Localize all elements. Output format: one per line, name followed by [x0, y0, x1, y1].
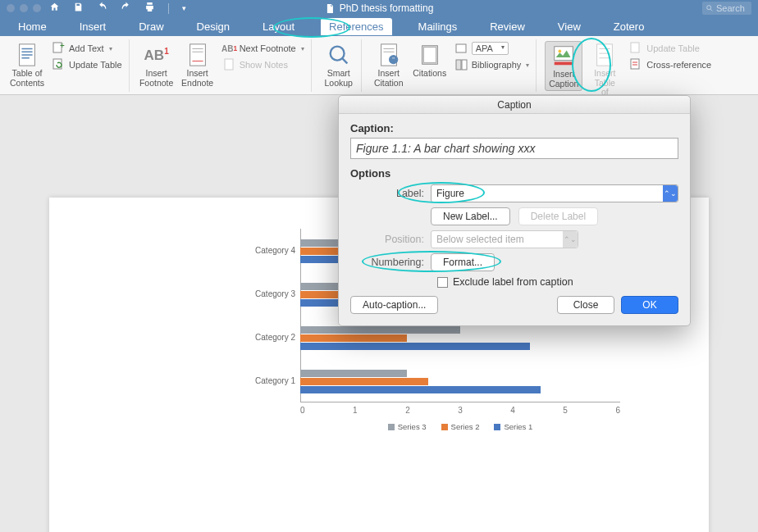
- delete-label-button: Delete Label: [518, 207, 598, 225]
- x-tick: 5: [563, 406, 568, 415]
- document-title: PhD thesis formatting: [325, 2, 434, 14]
- legend-item: Series 1: [494, 422, 532, 431]
- tab-design[interactable]: Design: [190, 19, 236, 34]
- options-label: Options: [350, 167, 678, 180]
- cross-ref-icon: [630, 58, 643, 71]
- ok-button[interactable]: OK: [621, 296, 678, 314]
- redo-icon[interactable]: [121, 2, 131, 15]
- tab-home[interactable]: Home: [11, 19, 53, 34]
- svg-rect-6: [225, 59, 233, 70]
- citations-button[interactable]: Citations: [411, 41, 449, 80]
- svg-rect-19: [597, 44, 613, 66]
- image-caption-icon: [551, 43, 576, 68]
- legend-item: Series 3: [388, 422, 427, 431]
- smart-lookup-button[interactable]: Smart Lookup: [320, 41, 358, 89]
- citation-icon: ": [377, 43, 401, 67]
- show-notes-button[interactable]: Show Notes: [220, 57, 308, 72]
- label-select[interactable]: Figure⌃⌄: [431, 184, 678, 202]
- toc-button[interactable]: Table of Contents: [8, 41, 46, 89]
- bar: [300, 370, 407, 377]
- svg-text:+: +: [60, 42, 65, 50]
- new-label-button[interactable]: New Label...: [431, 207, 510, 225]
- insert-citation-button[interactable]: " Insert Citation: [370, 41, 408, 89]
- category-label: Category 3: [249, 289, 295, 298]
- update-table2-button[interactable]: Update Table: [627, 41, 715, 56]
- undo-icon[interactable]: [97, 2, 107, 15]
- auto-caption-button[interactable]: Auto-caption...: [350, 296, 438, 314]
- caption-input[interactable]: [350, 138, 678, 159]
- svg-rect-16: [555, 47, 573, 61]
- tab-mailings[interactable]: Mailings: [412, 19, 464, 34]
- dialog-title: Caption: [339, 96, 690, 114]
- tab-view[interactable]: View: [551, 19, 587, 34]
- exclude-checkbox[interactable]: [437, 277, 448, 288]
- print-icon[interactable]: [144, 2, 155, 15]
- tab-references[interactable]: References: [321, 18, 391, 35]
- category-label: Category 1: [249, 376, 295, 385]
- chevron-down-icon[interactable]: ▾: [182, 4, 186, 12]
- bibliography-icon: [455, 58, 468, 71]
- chevron-down-icon: ⌃⌄: [563, 231, 578, 248]
- magnifier-icon: [326, 43, 351, 67]
- insert-footnote-button[interactable]: AB1 Insert Footnote: [138, 41, 176, 89]
- bar: [300, 378, 428, 385]
- style-select[interactable]: APA▾: [452, 41, 533, 56]
- format-button[interactable]: Format...: [431, 253, 495, 271]
- search-input[interactable]: Search: [702, 2, 751, 15]
- plus-text-icon: +: [53, 42, 66, 55]
- home-icon[interactable]: [49, 2, 60, 15]
- svg-point-7: [330, 47, 344, 61]
- svg-point-0: [707, 6, 711, 10]
- add-text-button[interactable]: +Add Text▾: [49, 41, 126, 56]
- bar: [300, 334, 407, 342]
- close-button[interactable]: Close: [557, 296, 614, 314]
- refresh-icon: [630, 42, 643, 55]
- position-select: Below selected item⌃⌄: [431, 230, 578, 248]
- update-table-button[interactable]: Update Table: [49, 57, 126, 72]
- quick-access: ▾: [49, 2, 186, 15]
- caption-dialog: Caption Caption: Options Label: Figure⌃⌄…: [338, 95, 691, 326]
- x-tick: 6: [615, 406, 620, 415]
- book-icon: [418, 43, 442, 67]
- category-label: Category 2: [249, 333, 295, 342]
- svg-rect-15: [462, 60, 467, 70]
- svg-rect-21: [631, 59, 639, 69]
- style-icon: [455, 42, 468, 55]
- traffic-lights[interactable]: [7, 4, 41, 12]
- svg-rect-13: [456, 44, 466, 52]
- tab-zotero[interactable]: Zotero: [607, 19, 651, 34]
- svg-rect-5: [190, 44, 205, 66]
- notes-icon: [223, 58, 236, 71]
- position-field-label: Position:: [350, 234, 424, 245]
- x-tick: 0: [300, 406, 305, 415]
- tab-insert[interactable]: Insert: [73, 19, 113, 34]
- titlebar: ▾ PhD thesis formatting Search: [0, 0, 758, 16]
- tab-layout[interactable]: Layout: [256, 19, 301, 34]
- insert-endnote-button[interactable]: Insert Endnote: [179, 41, 217, 89]
- insert-caption-button[interactable]: Insert Caption: [545, 41, 582, 91]
- endnote-icon: [185, 43, 210, 67]
- svg-rect-12: [423, 48, 436, 63]
- bar: [300, 326, 460, 334]
- label-field-label: Label:: [350, 188, 424, 199]
- ribbon: Table of Contents +Add Text▾ Update Tabl…: [0, 36, 758, 95]
- svg-rect-20: [631, 43, 639, 52]
- document-list-icon: [15, 43, 39, 67]
- svg-text:": ": [392, 56, 395, 63]
- bibliography-button[interactable]: Bibliography▾: [452, 57, 533, 72]
- svg-rect-18: [555, 62, 573, 66]
- x-tick: 1: [353, 406, 358, 415]
- next-footnote-button[interactable]: AB1Next Footnote▾: [220, 41, 308, 56]
- svg-point-17: [559, 50, 562, 53]
- figures-list-icon: [592, 43, 617, 67]
- caption-label: Caption:: [350, 122, 678, 134]
- tab-review[interactable]: Review: [483, 19, 532, 34]
- category-label: Category 4: [249, 246, 295, 255]
- footnote-icon: AB1: [144, 43, 169, 67]
- cross-reference-button[interactable]: Cross-reference: [627, 57, 715, 72]
- save-icon[interactable]: [73, 2, 84, 15]
- next-footnote-icon: AB1: [223, 42, 236, 55]
- chevron-down-icon: ⌃⌄: [663, 185, 678, 202]
- legend-item: Series 2: [441, 422, 480, 431]
- tab-draw[interactable]: Draw: [132, 19, 170, 34]
